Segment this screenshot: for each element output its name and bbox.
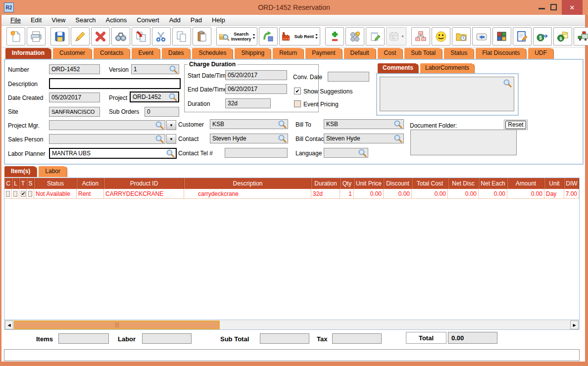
col-unit-price[interactable]: Unit Price: [354, 178, 384, 189]
cell-total-cost[interactable]: 0.00: [412, 189, 448, 199]
row-l-checkbox[interactable]: [13, 191, 17, 197]
menu-add[interactable]: Add: [164, 15, 186, 26]
col-unit[interactable]: Unit: [544, 178, 564, 189]
maximize-button[interactable]: [550, 4, 557, 10]
search-inventory-button[interactable]: SearchInventory ▼▼: [216, 27, 257, 46]
menu-convert[interactable]: Convert: [132, 15, 164, 26]
description-field[interactable]: [49, 78, 181, 89]
delivery-button[interactable]: [574, 27, 588, 46]
search-inventory-dropdown[interactable]: ▼▼: [252, 34, 256, 40]
project-mgr-dropdown[interactable]: ▼: [166, 120, 176, 130]
calendar-button[interactable]: ▼: [386, 27, 406, 46]
col-net-each[interactable]: Net Each: [479, 178, 507, 189]
cell-action[interactable]: Rent: [77, 189, 104, 199]
notes-button[interactable]: [366, 27, 385, 46]
paste-button[interactable]: [193, 27, 211, 46]
edit-note-button[interactable]: [513, 27, 532, 46]
blocks-button[interactable]: [492, 27, 511, 46]
event-pricing-checkbox[interactable]: [294, 100, 301, 107]
col-amount[interactable]: Amount: [507, 178, 544, 189]
tab-customer[interactable]: Customer: [52, 47, 92, 59]
cell-status[interactable]: Not Available: [34, 189, 77, 199]
close-button[interactable]: ✕: [562, 0, 583, 15]
tab-udf[interactable]: UDF: [528, 47, 554, 59]
col-l[interactable]: L: [12, 178, 19, 189]
version-search-icon[interactable]: [169, 65, 178, 74]
col-s[interactable]: S: [27, 178, 34, 189]
tab-schedules[interactable]: Schedules: [192, 47, 233, 59]
contact-tel-field[interactable]: [225, 148, 288, 158]
sales-person-search-icon[interactable]: [155, 135, 164, 143]
reset-button[interactable]: Reset: [504, 120, 528, 130]
total-label[interactable]: Total: [406, 332, 446, 344]
cell-unit[interactable]: Day: [544, 189, 564, 199]
cell-description[interactable]: carrydeckcrane: [184, 189, 311, 199]
tab-shipping[interactable]: Shipping: [234, 47, 271, 59]
row-s-checkbox[interactable]: [28, 191, 32, 197]
tab-status[interactable]: Status: [443, 47, 474, 59]
menu-edit[interactable]: Edit: [26, 15, 47, 26]
col-qty[interactable]: Qty: [340, 178, 354, 189]
menu-pad[interactable]: Pad: [186, 15, 207, 26]
col-duration[interactable]: Duration: [311, 178, 340, 189]
cut-button[interactable]: [152, 27, 171, 46]
tab-contacts[interactable]: Contacts: [93, 47, 130, 59]
document-folder-box[interactable]: [410, 130, 517, 155]
comments-textarea[interactable]: [380, 77, 514, 111]
row-t-checkbox[interactable]: ✔: [21, 191, 26, 197]
tab-dates[interactable]: Dates: [161, 47, 191, 59]
project-search-icon[interactable]: [168, 92, 177, 101]
col-discount[interactable]: Discount: [384, 178, 412, 189]
end-date-field[interactable]: 06/20/2017: [225, 84, 287, 94]
comments-search-icon[interactable]: [503, 79, 512, 88]
cell-amount[interactable]: 0.00: [507, 189, 544, 199]
table-row[interactable]: ✔ Not Available Rent CARRYDECKCRANE carr…: [4, 189, 579, 199]
scrollbar-thumb[interactable]: [14, 320, 220, 329]
cell-net-disc[interactable]: 0.00: [448, 189, 479, 199]
tab-return[interactable]: Return: [272, 47, 304, 59]
tab-items[interactable]: Item(s): [4, 166, 37, 177]
menu-view[interactable]: View: [47, 15, 70, 26]
delete-button[interactable]: [91, 27, 110, 46]
project-mgr-search-icon[interactable]: [155, 121, 164, 130]
smiley-button[interactable]: [432, 27, 450, 46]
cell-unit-price[interactable]: 0.00: [354, 189, 384, 199]
minimize-button[interactable]: [539, 8, 545, 9]
copy-special-button[interactable]: [132, 27, 150, 46]
version-field[interactable]: 1: [131, 64, 179, 74]
tab-labor[interactable]: Labor: [38, 166, 67, 177]
menu-help[interactable]: Help: [207, 15, 230, 26]
tab-cost[interactable]: Cost: [377, 47, 403, 59]
find-button[interactable]: [111, 27, 130, 46]
contact-field[interactable]: Steven Hyde: [210, 134, 288, 143]
bill-to-field[interactable]: KSB: [324, 119, 404, 129]
project-mgr-field[interactable]: [49, 120, 165, 130]
site-field[interactable]: SANFRANCISCO: [49, 107, 100, 117]
customer-search-icon[interactable]: [278, 120, 287, 129]
bill-contact-field[interactable]: Steven Hyde: [324, 134, 404, 143]
scroll-right-button[interactable]: ▶: [570, 320, 579, 329]
menu-actions[interactable]: Actions: [101, 15, 132, 26]
contact-search-icon[interactable]: [278, 134, 287, 143]
cell-qty[interactable]: 1: [340, 189, 354, 199]
horizontal-scrollbar[interactable]: ◀ ▶: [4, 320, 579, 329]
cell-product-id[interactable]: CARRYDECKCRANE: [104, 189, 184, 199]
add-remove-button[interactable]: [325, 27, 344, 46]
date-created-field[interactable]: 05/20/2017: [49, 92, 100, 102]
row-c-checkbox[interactable]: [6, 191, 10, 197]
sub-orders-field[interactable]: 0: [145, 107, 179, 117]
col-description[interactable]: Description: [184, 178, 311, 189]
tab-event[interactable]: Event: [131, 47, 160, 59]
tab-comments[interactable]: Comments: [377, 63, 419, 73]
col-net-disc[interactable]: Net Disc: [448, 178, 479, 189]
sub-rent-button[interactable]: Sub Rent ▼▼: [279, 27, 320, 46]
col-action[interactable]: Action: [77, 178, 104, 189]
bill-contact-search-icon[interactable]: [393, 134, 402, 143]
calendar-dropdown[interactable]: ▼: [401, 35, 404, 38]
cell-duration[interactable]: 32d: [311, 189, 340, 199]
show-suggestions-checkbox[interactable]: ✔: [294, 88, 301, 94]
tab-labor-comments[interactable]: LaborComments: [420, 63, 475, 73]
col-t[interactable]: T: [19, 178, 27, 189]
cell-net-each[interactable]: 0.00: [479, 189, 507, 199]
tab-default[interactable]: Default: [343, 47, 376, 59]
